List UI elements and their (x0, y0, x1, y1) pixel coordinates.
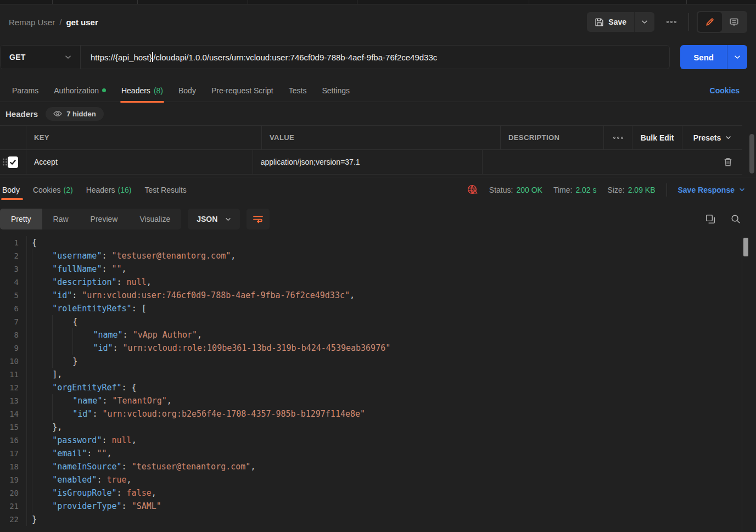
tab-settings[interactable]: Settings (314, 79, 357, 102)
row-checkbox[interactable] (8, 156, 18, 168)
eye-icon (53, 110, 62, 117)
tab-params[interactable]: Params (4, 79, 46, 102)
method-label: GET (9, 53, 26, 61)
headers-section-title: Headers (5, 109, 38, 119)
save-button-group: Save (587, 12, 654, 32)
time-indicator[interactable]: Time: 2.02 s (553, 186, 597, 194)
response-tabs: Body Cookies(2) Headers(16) Test Results (0, 177, 193, 202)
line-number: 4 (0, 276, 26, 289)
code-line: 2 "username": "testuser@tenantorg.com", (0, 249, 740, 262)
response-header-bar: Body Cookies(2) Headers(16) Test Results… (0, 177, 756, 202)
headers-table-header-row: KEY VALUE DESCRIPTION Bulk Edit Presets (0, 126, 742, 150)
column-options-button[interactable] (604, 126, 632, 149)
header-key-cell[interactable]: Accept (26, 150, 253, 174)
tab-tests-label: Tests (289, 86, 307, 95)
code-line: 20 "isGroupRole": false, (0, 486, 740, 500)
line-number: 12 (0, 381, 26, 394)
time-label: Time: (553, 186, 572, 194)
code-line: 19 "enabled": true, (0, 473, 740, 486)
language-dropdown[interactable]: JSON (188, 209, 240, 229)
status-indicator[interactable]: Status: 200 OK (489, 186, 542, 194)
breadcrumb-request-name[interactable]: get user (66, 18, 98, 27)
presets-dropdown[interactable]: Presets (682, 126, 742, 149)
response-scrollbar-track (742, 236, 742, 532)
tab-tests[interactable]: Tests (281, 79, 315, 102)
delete-row-button[interactable] (724, 158, 732, 167)
column-description: DESCRIPTION (501, 126, 604, 149)
line-number: 1 (0, 236, 26, 249)
hidden-headers-toggle[interactable]: 7 hidden (46, 107, 103, 121)
page-scrollbar-thumb[interactable] (749, 134, 754, 173)
code-line: 12 "orgEntityRef": { (0, 381, 740, 394)
comments-icon (729, 17, 739, 27)
wrap-lines-button[interactable] (247, 209, 270, 229)
line-number: 21 (0, 500, 26, 513)
headers-table: KEY VALUE DESCRIPTION Bulk Edit Presets (0, 125, 742, 175)
send-options-button[interactable] (727, 45, 747, 69)
save-button[interactable]: Save (587, 12, 634, 32)
line-number: 9 (0, 341, 26, 355)
response-tab-body[interactable]: Body (0, 177, 26, 202)
column-key: KEY (26, 126, 262, 149)
code-line: 10 } (0, 355, 740, 368)
line-number: 13 (0, 394, 26, 407)
wrap-lines-icon (253, 215, 264, 223)
tab-body-label: Body (178, 86, 196, 95)
view-mode-preview[interactable]: Preview (80, 209, 129, 229)
send-button[interactable]: Send (680, 45, 727, 69)
code-line: 14 "id": "urn:vcloud:org:b2e56f4e-1708-4… (0, 407, 740, 421)
save-icon (595, 18, 604, 27)
tab-headers-count: (8) (154, 86, 163, 95)
send-button-group: Send (680, 45, 747, 69)
view-mode-visualize[interactable]: Visualize (128, 209, 181, 229)
view-mode-pretty[interactable]: Pretty (0, 209, 42, 229)
response-tab-cookies[interactable]: Cookies(2) (26, 177, 80, 202)
code-line: 22} (0, 513, 740, 526)
code-line: 13 "name": "TenantOrg", (0, 394, 740, 407)
search-response-button[interactable] (731, 214, 741, 224)
size-indicator[interactable]: Size: 2.09 KB (608, 186, 656, 194)
code-line: 15 }, (0, 421, 740, 434)
response-scrollbar-thumb[interactable] (743, 238, 748, 256)
header-row-accept: Accept application/json;version=37.1 (0, 150, 742, 175)
network-warning-icon[interactable] (467, 184, 478, 195)
save-response-button[interactable]: Save Response (678, 186, 746, 194)
tab-body[interactable]: Body (171, 79, 204, 102)
response-tab-test-results[interactable]: Test Results (138, 177, 193, 202)
tab-settings-label: Settings (322, 86, 350, 95)
language-label: JSON (197, 215, 217, 223)
header-description-cell[interactable] (483, 150, 742, 174)
column-value: VALUE (262, 126, 501, 149)
tab-authorization[interactable]: Authorization (46, 79, 114, 102)
code-line: 17 "email": "", (0, 447, 740, 460)
time-value: 2.02 s (575, 186, 596, 194)
line-number: 7 (0, 315, 26, 328)
more-actions-button[interactable] (662, 13, 681, 31)
status-value: 200 OK (516, 186, 542, 194)
line-number: 15 (0, 421, 26, 434)
bulk-edit-button[interactable]: Bulk Edit (632, 126, 682, 149)
chevron-down-icon (734, 55, 741, 59)
breadcrumb-collection[interactable]: Remap User (9, 18, 55, 27)
header-value-cell[interactable]: application/json;version=37.1 (253, 150, 483, 174)
chevron-down-icon (739, 188, 745, 192)
comments-button[interactable] (722, 12, 746, 32)
tab-prerequest-script[interactable]: Pre-request Script (204, 79, 281, 102)
url-text-before-caret: https://{api_host} (91, 53, 152, 62)
tab-headers[interactable]: Headers(8) (114, 79, 171, 102)
request-tabs: Params Authorization Headers(8) Body Pre… (0, 79, 756, 102)
edit-mode-button[interactable] (698, 12, 722, 32)
url-input[interactable]: https://{api_host}/cloudapi/1.0.0/users/… (81, 46, 669, 69)
cookies-link[interactable]: Cookies (710, 86, 740, 95)
response-tab-headers[interactable]: Headers(16) (80, 177, 138, 202)
chevron-down-icon (225, 217, 231, 221)
response-body-editor[interactable]: 1{2 "username": "testuser@tenantorg.com"… (0, 236, 740, 532)
copy-response-button[interactable] (705, 214, 715, 224)
request-header-bar: Remap User / get user Save (0, 4, 756, 40)
save-options-button[interactable] (634, 12, 654, 32)
drag-handle-icon[interactable] (3, 159, 7, 166)
method-selector[interactable]: GET (1, 46, 81, 69)
view-mode-raw[interactable]: Raw (42, 209, 80, 229)
line-number: 10 (0, 355, 26, 368)
size-label: Size: (608, 186, 625, 194)
